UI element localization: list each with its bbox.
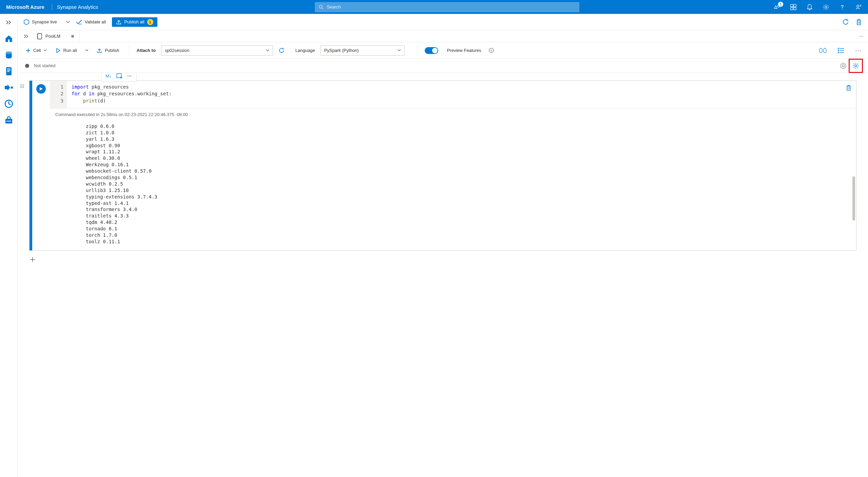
play-icon: [56, 48, 60, 53]
svg-point-42: [21, 86, 22, 87]
publish-all-button[interactable]: Publish all 1: [112, 17, 157, 27]
code-text[interactable]: import pkg_resources for d in pkg_resour…: [67, 81, 856, 108]
tab-row: PoolLM ⋯: [18, 30, 868, 42]
manage-icon[interactable]: [4, 115, 14, 125]
play-icon: [39, 87, 43, 91]
tab-label: PoolLM: [45, 34, 60, 39]
svg-point-43: [23, 86, 24, 87]
svg-point-29: [824, 48, 826, 53]
global-search[interactable]: Search: [315, 2, 579, 12]
notebook-toolbar: Cell Run all Publish Attach to sp02sessi…: [18, 42, 868, 59]
data-icon[interactable]: [4, 50, 14, 60]
plus-icon: [30, 257, 35, 262]
notebook-more-icon[interactable]: ⋯: [855, 47, 862, 54]
cell-container: M↓ ⋯: [29, 80, 856, 251]
run-all-button[interactable]: Run all: [54, 46, 79, 54]
monitor-icon[interactable]: [4, 99, 14, 109]
run-dropdown[interactable]: [84, 48, 89, 53]
synapse-live-dropdown[interactable]: Synapse live: [24, 19, 70, 25]
attach-to-dropdown[interactable]: sp02session: [161, 45, 273, 56]
refresh-icon[interactable]: [842, 19, 849, 25]
stop-session-icon[interactable]: [840, 63, 846, 69]
attach-value: sp02session: [165, 48, 189, 53]
main-area: Synapse live Validate all Publish all 1: [18, 14, 868, 477]
clear-output-button[interactable]: [116, 73, 122, 79]
settings-icon[interactable]: [823, 4, 829, 11]
language-label: Language: [295, 48, 315, 53]
svg-rect-21: [38, 34, 42, 39]
synapse-live-label: Synapse live: [32, 19, 57, 24]
integrate-icon[interactable]: [4, 82, 14, 93]
run-cell-button[interactable]: [36, 84, 46, 94]
add-cell-below-button[interactable]: [29, 257, 856, 262]
publish-button[interactable]: Publish: [95, 46, 121, 55]
delete-cell-icon[interactable]: [846, 85, 851, 91]
develop-icon[interactable]: [4, 66, 14, 76]
svg-point-34: [838, 52, 839, 53]
status-indicator: [25, 64, 29, 68]
tab-dirty-indicator: [71, 35, 74, 38]
svg-rect-6: [794, 7, 796, 10]
svg-point-40: [21, 84, 22, 85]
feedback-icon[interactable]: [855, 4, 862, 11]
publish-all-label: Publish all: [124, 19, 144, 24]
variables-icon[interactable]: [819, 47, 827, 54]
svg-point-38: [855, 65, 857, 67]
code-editor[interactable]: 123 import pkg_resources for d in pkg_re…: [50, 81, 856, 108]
cell-output: Command executed in 2s 58ms on 02-23-202…: [50, 108, 856, 250]
tab-more-icon[interactable]: ⋯: [854, 30, 868, 42]
cloud-shell-icon[interactable]: 1: [774, 4, 780, 11]
home-icon[interactable]: [4, 34, 14, 44]
output-scrollbar[interactable]: [852, 176, 855, 373]
svg-point-32: [838, 50, 839, 51]
workspace-right-icons: [842, 19, 862, 25]
expand-tabs-icon[interactable]: [21, 30, 31, 42]
session-refresh-icon[interactable]: [278, 47, 285, 54]
code-cell[interactable]: 123 import pkg_resources for d in pkg_re…: [29, 80, 856, 251]
tab-poollm[interactable]: PoolLM: [31, 30, 80, 42]
language-dropdown[interactable]: PySpark (Python): [321, 45, 405, 56]
workspace-toolbar: Synapse live Validate all Publish all 1: [18, 14, 868, 30]
svg-rect-5: [791, 7, 793, 10]
cell-accent: [30, 81, 32, 250]
search-icon: [319, 5, 324, 9]
attach-to-label: Attach to: [137, 48, 156, 53]
line-numbers: 123: [50, 81, 67, 108]
svg-point-41: [23, 84, 24, 85]
directories-icon[interactable]: [790, 4, 797, 11]
add-cell-button[interactable]: Cell: [24, 46, 49, 54]
preview-features-toggle[interactable]: [425, 47, 438, 54]
checkmark-icon: [76, 20, 82, 24]
cell-more-icon[interactable]: ⋯: [127, 73, 132, 79]
chevron-down-icon: [85, 49, 89, 52]
convert-to-markdown-button[interactable]: M↓: [105, 73, 112, 79]
run-all-label: Run all: [63, 48, 77, 53]
svg-point-28: [819, 48, 822, 53]
svg-rect-13: [7, 69, 11, 69]
outline-icon[interactable]: [837, 48, 844, 53]
svg-point-0: [319, 5, 322, 8]
discard-icon[interactable]: [856, 19, 862, 25]
output-text: zipp 0.6.0 zict 1.0.0 yarl 1.6.3 xgboost…: [55, 123, 851, 245]
brand-microsoft-azure: Microsoft Azure: [6, 4, 44, 10]
notifications-icon[interactable]: [806, 4, 813, 11]
svg-point-9: [857, 5, 859, 7]
validate-all-button[interactable]: Validate all: [76, 19, 106, 24]
collapse-rail-icon[interactable]: [4, 17, 14, 27]
drag-handle-icon[interactable]: [20, 84, 24, 88]
hexagon-icon: [24, 19, 29, 25]
plus-icon: [26, 48, 31, 53]
svg-rect-15: [7, 71, 9, 72]
svg-rect-3: [791, 4, 793, 7]
separator: [417, 46, 417, 55]
upload-icon: [97, 48, 102, 53]
info-icon[interactable]: [489, 48, 494, 53]
notebook-body: M↓ ⋯: [18, 73, 868, 477]
status-bar: Not started: [18, 59, 868, 73]
help-icon[interactable]: [839, 4, 846, 11]
svg-point-44: [21, 87, 22, 88]
notebook-icon: [37, 33, 42, 39]
svg-point-36: [841, 63, 846, 69]
session-settings-icon[interactable]: [851, 61, 861, 71]
publish-label: Publish: [105, 48, 119, 53]
